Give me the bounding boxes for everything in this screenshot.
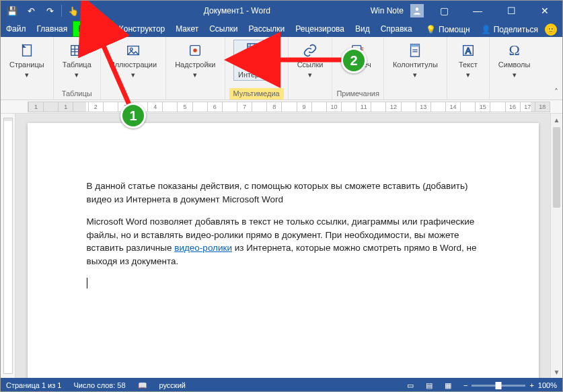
symbols-label: Символы bbox=[498, 61, 531, 69]
paragraph-2: Microsoft Word позволяет добавлять в тек… bbox=[87, 215, 480, 268]
status-words[interactable]: Число слов: 58 bbox=[73, 381, 125, 389]
text-cursor bbox=[87, 278, 87, 288]
scroll-down-icon[interactable]: ▼ bbox=[551, 366, 562, 378]
ruler-horizontal[interactable]: 1123456789101112131415161718 bbox=[1, 100, 562, 114]
ruler-ticks: 1123456789101112131415161718 bbox=[28, 102, 550, 112]
status-language[interactable]: русский bbox=[159, 381, 186, 389]
collapse-ribbon-icon[interactable]: ˄ bbox=[554, 87, 558, 97]
tab-view[interactable]: Вид bbox=[350, 21, 375, 37]
zoom-in-icon[interactable]: + bbox=[529, 381, 533, 389]
tab-help[interactable]: Справка bbox=[375, 21, 418, 37]
group-label-tables: Таблицы bbox=[62, 88, 92, 100]
link-icon bbox=[299, 42, 321, 59]
picture-icon bbox=[122, 42, 144, 59]
tab-references[interactable]: Ссылки bbox=[204, 21, 243, 37]
svg-rect-11 bbox=[411, 44, 420, 47]
zoom-out-icon[interactable]: − bbox=[463, 381, 467, 389]
svg-text:A: A bbox=[465, 46, 472, 56]
group-addins: Надстройки▾ bbox=[166, 37, 225, 100]
tab-insert[interactable]: Вставка bbox=[73, 21, 114, 37]
group-illustrations: Иллюстрации▾ bbox=[101, 37, 166, 100]
tab-review[interactable]: Рецензирова bbox=[290, 21, 350, 37]
ribbon-options-icon[interactable]: ▢ bbox=[430, 1, 457, 21]
save-icon[interactable]: 💾 bbox=[3, 2, 21, 19]
svg-point-6 bbox=[194, 48, 198, 52]
text-button[interactable]: A Текст▾ bbox=[451, 40, 485, 81]
undo-icon[interactable]: ↶ bbox=[22, 2, 40, 19]
tell-me-button[interactable]: 💡 Помощн bbox=[422, 22, 474, 37]
video-label-2: Интернета bbox=[238, 71, 274, 79]
svg-rect-9 bbox=[352, 46, 361, 52]
group-pages: Страницы▾ bbox=[1, 37, 54, 100]
window-title: Документ1 - Word bbox=[104, 6, 371, 15]
links-button[interactable]: Ссылки▾ bbox=[293, 40, 328, 81]
title-bar: 💾 ↶ ↷ 👆 ▾ Документ1 - Word Win Note ▢ — … bbox=[1, 1, 562, 21]
view-web-icon[interactable]: ▦ bbox=[445, 381, 451, 390]
group-headerfooter: Колонтитулы▾ bbox=[384, 37, 447, 100]
illustrations-button[interactable]: Иллюстрации▾ bbox=[105, 40, 161, 81]
qat-dropdown-icon[interactable]: ▾ bbox=[83, 2, 101, 19]
scroll-thumb[interactable] bbox=[553, 127, 560, 208]
video-link[interactable]: видео-ролики bbox=[174, 243, 232, 253]
tab-layout[interactable]: Макет bbox=[170, 21, 204, 37]
svg-point-0 bbox=[416, 7, 419, 11]
svg-rect-2 bbox=[71, 46, 83, 56]
svg-point-4 bbox=[130, 48, 133, 50]
ribbon-tabs: Файл Главная Вставка Конструктор Макет С… bbox=[1, 21, 562, 37]
video-label-1: Видео из bbox=[241, 61, 272, 69]
redo-icon[interactable]: ↷ bbox=[41, 2, 59, 19]
group-label-comments: Примечания bbox=[336, 88, 379, 100]
text-label: Текст bbox=[459, 61, 478, 69]
scrollbar-vertical[interactable]: ▲ ▼ bbox=[550, 114, 562, 378]
headerfooter-label: Колонтитулы bbox=[393, 61, 438, 69]
status-page[interactable]: Страница 1 из 1 bbox=[6, 381, 61, 389]
feedback-icon[interactable]: 🙂 bbox=[545, 24, 557, 36]
illustrations-label: Иллюстрации bbox=[110, 61, 157, 69]
group-links: Ссылки▾ bbox=[289, 37, 333, 100]
touch-mode-icon[interactable]: 👆 bbox=[65, 2, 82, 19]
tab-mailings[interactable]: Рассылки bbox=[243, 21, 290, 37]
headerfooter-button[interactable]: Колонтитулы▾ bbox=[388, 40, 443, 81]
online-video-button[interactable]: Видео из Интернета bbox=[233, 40, 279, 81]
page[interactable]: В данной статье показаны действия, с пом… bbox=[28, 123, 539, 378]
online-video-icon bbox=[246, 42, 267, 59]
symbols-button[interactable]: Ω Символы▾ bbox=[494, 40, 535, 81]
close-icon[interactable]: ✕ bbox=[531, 1, 558, 21]
view-print-icon[interactable]: ▤ bbox=[426, 381, 433, 390]
tab-home[interactable]: Главная bbox=[32, 21, 73, 37]
view-read-icon[interactable]: ▭ bbox=[407, 381, 414, 390]
group-comments: Примеч Примечания bbox=[332, 37, 384, 100]
comment-icon bbox=[347, 42, 369, 59]
group-label-media: Мультимедиа bbox=[229, 88, 284, 100]
comment-button[interactable]: Примеч bbox=[340, 40, 376, 71]
links-label: Ссылки bbox=[297, 61, 324, 69]
zoom-level[interactable]: 100% bbox=[538, 381, 557, 389]
group-label-pages bbox=[26, 88, 28, 100]
group-tables: Таблица▾ Таблицы bbox=[54, 37, 101, 100]
zoom-control[interactable]: − + 100% bbox=[463, 381, 557, 389]
document-area[interactable]: WINNOTE.RU В данной статье показаны дейс… bbox=[15, 114, 550, 378]
pages-label: Страницы bbox=[9, 61, 44, 69]
group-symbols: Ω Символы▾ bbox=[490, 37, 539, 100]
group-media: Видео из Интернета Мультимедиа bbox=[225, 37, 289, 100]
headerfooter-icon bbox=[404, 42, 426, 59]
ribbon: Страницы▾ Таблица▾ Таблицы Иллюстрации▾ bbox=[1, 37, 562, 100]
quick-access-toolbar: 💾 ↶ ↷ 👆 ▾ bbox=[1, 2, 104, 19]
addins-button[interactable]: Надстройки▾ bbox=[170, 40, 220, 81]
user-avatar-icon[interactable] bbox=[410, 4, 424, 17]
minimize-icon[interactable]: — bbox=[464, 1, 491, 21]
tab-design[interactable]: Конструктор bbox=[114, 21, 170, 37]
share-button[interactable]: 👤 Поделиться bbox=[477, 22, 542, 37]
brand-label: Win Note bbox=[371, 6, 404, 15]
table-label: Таблица bbox=[63, 61, 91, 69]
pages-button[interactable]: Страницы▾ bbox=[5, 40, 49, 81]
table-button[interactable]: Таблица▾ bbox=[58, 40, 96, 81]
page-icon bbox=[16, 42, 38, 59]
proofing-icon[interactable]: 📖 bbox=[138, 381, 147, 390]
scroll-up-icon[interactable]: ▲ bbox=[551, 114, 562, 126]
group-text: A Текст▾ bbox=[447, 37, 490, 100]
ruler-vertical[interactable] bbox=[1, 114, 15, 378]
tab-file[interactable]: Файл bbox=[1, 21, 32, 37]
maximize-icon[interactable]: ☐ bbox=[498, 1, 525, 21]
table-icon bbox=[66, 42, 87, 59]
